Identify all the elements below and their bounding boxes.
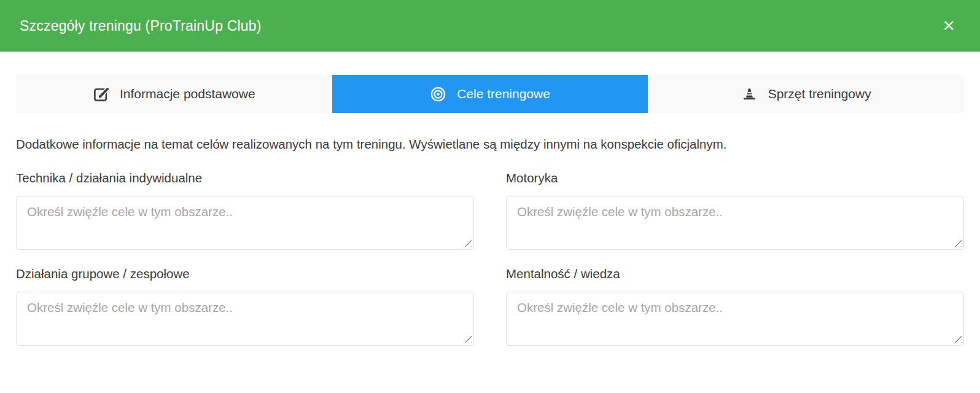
motoryka-goals-input[interactable] xyxy=(506,196,964,250)
tab-cele-treningowe[interactable]: Cele treningowe xyxy=(332,75,648,113)
modal-title: Szczegóły treningu (ProTrainUp Club) xyxy=(20,18,262,34)
modal-body: Informacje podstawowe Cele treningowe xyxy=(0,52,980,346)
goal-fields-grid: Technika / działania indywidualne Motory… xyxy=(16,154,964,346)
textarea-wrap xyxy=(16,292,474,346)
field-dzialania-grupowe: Działania grupowe / zespołowe xyxy=(16,250,474,346)
goals-description-text: Dodatkowe informacje na temat celów real… xyxy=(16,136,964,153)
field-mentalnosc: Mentalność / wiedza xyxy=(506,250,964,346)
cone-icon xyxy=(741,86,758,103)
target-icon xyxy=(430,86,446,103)
tab-sprzet-treningowy[interactable]: Sprzęt treningowy xyxy=(648,75,964,113)
textarea-wrap xyxy=(16,196,474,250)
modal-header: Szczegóły treningu (ProTrainUp Club) ✕ xyxy=(0,0,980,52)
edit-square-icon xyxy=(93,86,109,103)
mentalnosc-goals-input[interactable] xyxy=(506,292,964,346)
field-label-mentalnosc: Mentalność / wiedza xyxy=(506,267,964,281)
field-label-dzialania-grupowe: Działania grupowe / zespołowe xyxy=(16,267,474,281)
training-details-modal: Szczegóły treningu (ProTrainUp Club) ✕ I… xyxy=(0,0,980,393)
textarea-wrap xyxy=(506,292,964,346)
field-motoryka: Motoryka xyxy=(506,154,964,250)
field-label-motoryka: Motoryka xyxy=(506,171,964,185)
close-icon[interactable]: ✕ xyxy=(936,14,962,37)
tab-informacje-podstawowe[interactable]: Informacje podstawowe xyxy=(16,75,332,113)
tab-label: Sprzęt treningowy xyxy=(768,87,871,101)
dzialania-grupowe-goals-input[interactable] xyxy=(16,292,474,346)
field-technika: Technika / działania indywidualne xyxy=(16,154,474,250)
field-label-technika: Technika / działania indywidualne xyxy=(16,171,474,185)
textarea-wrap xyxy=(506,196,964,250)
tabbar: Informacje podstawowe Cele treningowe xyxy=(16,75,964,113)
tab-label: Cele treningowe xyxy=(457,87,550,101)
technika-goals-input[interactable] xyxy=(16,196,474,250)
tab-label: Informacje podstawowe xyxy=(120,87,255,101)
